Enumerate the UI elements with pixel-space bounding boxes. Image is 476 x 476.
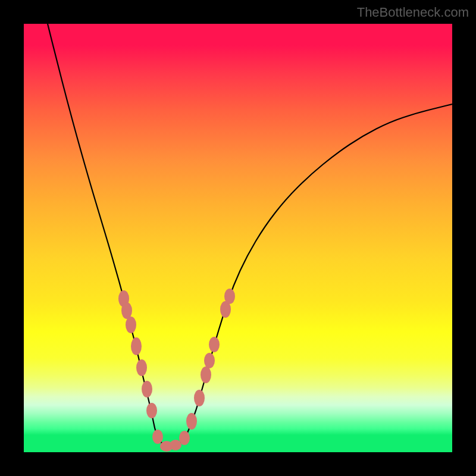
watermark-text: TheBottleneck.com [357, 5, 469, 20]
curve-right [170, 104, 452, 446]
data-bead [142, 381, 152, 397]
chart-plot-area [24, 24, 452, 452]
data-bead [126, 317, 136, 333]
data-bead [121, 302, 132, 319]
data-markers [118, 289, 235, 452]
chart-svg [24, 24, 452, 452]
curve-left [48, 24, 170, 446]
data-bead [186, 413, 197, 430]
data-bead [131, 337, 142, 355]
data-bead [201, 367, 211, 383]
data-bead [146, 403, 157, 418]
data-bead [136, 359, 147, 376]
data-bead [204, 353, 215, 368]
data-bead [170, 440, 181, 450]
data-bead [209, 337, 220, 352]
data-bead [152, 430, 163, 444]
data-bead [194, 390, 205, 406]
data-bead [224, 289, 235, 304]
data-bead [179, 431, 190, 445]
